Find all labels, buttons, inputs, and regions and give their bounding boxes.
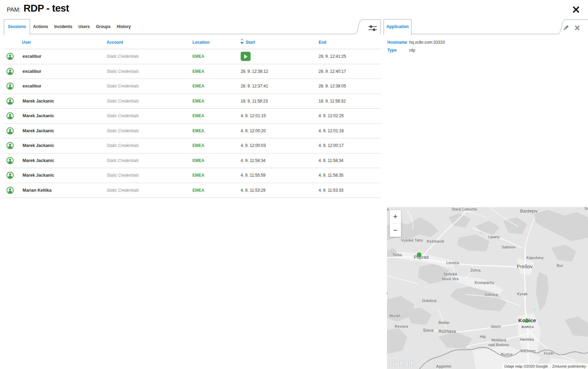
cell-start: 4. 9. 12:01:15	[241, 113, 266, 118]
user-avatar-icon	[6, 187, 14, 194]
cell-account: Static Credentials	[107, 84, 139, 88]
cell-start: 4. 9. 11:55:59	[241, 173, 266, 178]
table-row[interactable]: Marek JackanicStatic CredentialsEMEA18. …	[4, 94, 381, 109]
user-avatar-icon	[6, 83, 14, 90]
cell-end: 4. 9. 12:02:25	[319, 113, 344, 118]
column-header-location[interactable]: Location	[192, 40, 210, 45]
tab-application[interactable]: Application	[384, 19, 412, 35]
close-icon	[572, 6, 580, 13]
cell-location: EMEA	[192, 84, 204, 88]
cell-user: excalibur	[23, 84, 41, 88]
table-row[interactable]: Marek JackanicStatic CredentialsEMEA4. 9…	[4, 124, 381, 139]
cell-user: Marek Jackanic	[23, 158, 54, 163]
session-location-marker[interactable]	[525, 319, 529, 323]
column-header-start[interactable]: Start	[246, 40, 255, 45]
cell-end: 28. 9. 12:38:05	[319, 84, 346, 88]
cell-account: Static Credentials	[107, 54, 139, 59]
cell-end: 4. 9. 11:58:35	[319, 173, 344, 178]
cell-end: 28. 9. 12:40:17	[319, 69, 346, 74]
cell-account: Static Credentials	[107, 69, 139, 74]
map-zoom-control: + −	[390, 210, 401, 237]
table-row[interactable]: Marek JackanicStatic CredentialsEMEA4. 9…	[4, 153, 381, 168]
close-page-button[interactable]	[572, 6, 580, 13]
cell-start: 18. 9. 11:58:23	[241, 99, 268, 104]
tab-groups[interactable]: Groups	[93, 19, 114, 34]
tab-users[interactable]: Users	[75, 19, 93, 34]
tab-sessions[interactable]: Sessions	[4, 19, 30, 35]
column-header-account[interactable]: Account	[107, 40, 123, 45]
tab-history[interactable]: History	[113, 19, 134, 34]
google-logo: Google	[390, 359, 414, 367]
app-prefix: PAM:	[7, 6, 21, 13]
cell-user: Marek Jackanic	[23, 173, 54, 178]
cell-start: 4. 9. 11:58:34	[241, 158, 266, 163]
user-avatar-icon	[6, 127, 14, 134]
table-row[interactable]: excaliburStatic CredentialsEMEA28. 9. 12…	[4, 79, 381, 94]
cell-end: 4. 9. 11:58:34	[319, 158, 344, 163]
filter-sliders-icon	[368, 24, 377, 32]
cell-start: 4. 9. 12:00:20	[241, 128, 266, 133]
table-row[interactable]: Marek JackanicStatic CredentialsEMEA4. 9…	[4, 138, 381, 153]
cell-account: Static Credentials	[107, 143, 139, 148]
edit-button[interactable]	[563, 25, 569, 32]
cell-location: EMEA	[192, 113, 204, 118]
column-header-user[interactable]: User	[22, 40, 31, 45]
cell-account: Static Credentials	[107, 173, 139, 178]
cell-location: EMEA	[192, 143, 204, 148]
cell-account: Static Credentials	[107, 99, 139, 104]
tab-incidents[interactable]: Incidents	[51, 19, 76, 34]
panel-actions	[563, 24, 587, 33]
cell-end: 18. 9. 11:58:32	[319, 99, 346, 104]
cell-end: 4. 9. 12:00:17	[319, 143, 344, 148]
table-row[interactable]: excaliburStatic CredentialsEMEA 28. 9. 1…	[4, 49, 381, 64]
session-location-marker[interactable]	[417, 252, 422, 257]
cell-start: 4. 9. 12:00:03	[241, 143, 266, 148]
cell-location: EMEA	[192, 99, 204, 104]
cell-end: 4. 9. 11:53:33	[319, 188, 344, 193]
cell-user: Marek Jackanic	[23, 128, 54, 133]
page-title: RDP - test	[24, 3, 69, 14]
cell-user: Marek Jackanic	[23, 113, 54, 118]
cell-user: Marian Keltika	[23, 188, 52, 193]
cell-start: 28. 9. 12:38:12	[241, 69, 268, 74]
cell-location: EMEA	[192, 69, 204, 74]
user-avatar-icon	[6, 142, 14, 149]
user-avatar-icon	[6, 53, 14, 60]
close-panel-button[interactable]	[575, 25, 580, 32]
table-row[interactable]: excaliburStatic CredentialsEMEA28. 9. 12…	[4, 64, 381, 79]
map-copyright: Údaje máp ©2020 Google	[502, 364, 550, 369]
cell-start: 4. 9. 11:53:29	[241, 188, 266, 193]
tab-actions[interactable]: Actions	[30, 19, 51, 34]
field-label-hostname: Hostname	[387, 40, 409, 45]
filter-button[interactable]	[368, 24, 378, 33]
user-avatar-icon	[6, 157, 14, 164]
cell-location: EMEA	[192, 54, 204, 59]
sort-icon[interactable]	[240, 38, 244, 45]
table-row[interactable]: Marek JackanicStatic CredentialsEMEA4. 9…	[4, 168, 381, 183]
cell-account: Static Credentials	[107, 113, 139, 118]
field-label-type: Type	[387, 48, 409, 53]
map-terms-link[interactable]: Zmluvné podmienky	[550, 364, 588, 369]
application-fields: Hostnamehq.xclbr.com:33333Typerdp	[387, 40, 445, 53]
table-row[interactable]: Marian KeltikaStatic CredentialsEMEA4. 9…	[4, 183, 381, 198]
pencil-icon	[563, 25, 569, 31]
close-icon	[575, 25, 580, 30]
zoom-out-button[interactable]: −	[390, 224, 401, 237]
cell-location: EMEA	[192, 158, 204, 163]
map[interactable]: + − Google Údaje máp ©2020 GoogleZmluvné…	[387, 207, 588, 369]
user-avatar-icon	[6, 112, 14, 120]
play-session-button[interactable]	[241, 52, 251, 61]
table-row[interactable]: Marek JackanicStatic CredentialsEMEA4. 9…	[4, 109, 381, 124]
cell-account: Static Credentials	[107, 188, 139, 193]
zoom-in-button[interactable]: +	[390, 210, 401, 223]
cell-location: EMEA	[192, 128, 204, 133]
cell-user: excalibur	[23, 69, 41, 74]
field-value-hostname: hq.xclbr.com:33333	[409, 40, 445, 45]
cell-end: 4. 9. 12:01:16	[319, 128, 344, 133]
table-header: User Account Location Start End	[4, 34, 381, 49]
column-header-end[interactable]: End	[319, 40, 326, 45]
user-avatar-icon	[6, 68, 14, 75]
tab-bar: SessionsActionsIncidentsUsersGroupsHisto…	[4, 19, 134, 34]
cell-user: Marek Jackanic	[23, 99, 54, 104]
cell-location: EMEA	[192, 173, 204, 178]
